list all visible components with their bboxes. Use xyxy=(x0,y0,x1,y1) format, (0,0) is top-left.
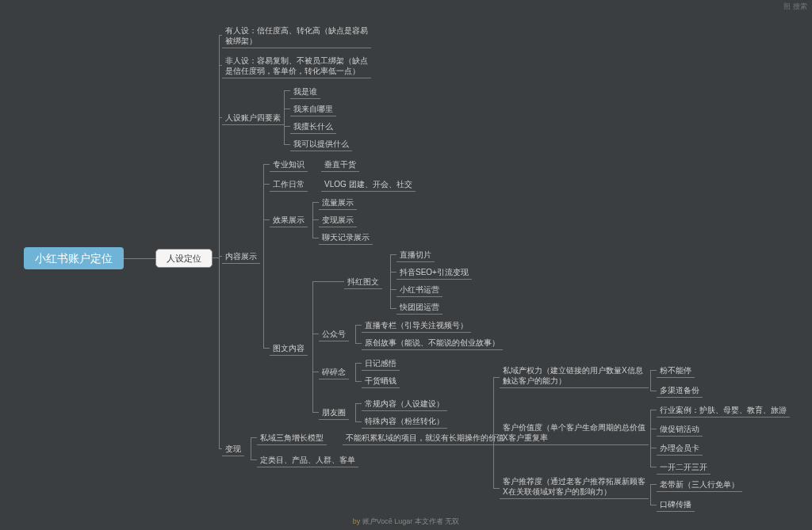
connector xyxy=(493,377,500,378)
connector xyxy=(284,126,290,127)
node-vipcard[interactable]: 办理会员卡 xyxy=(657,442,703,456)
node-privgrowth-note[interactable]: 不能积累私域的项目，就没有长期操作的价值 xyxy=(343,432,508,445)
node-live-column[interactable]: 直播专栏（引导关注视频号） xyxy=(362,319,471,333)
connector xyxy=(355,403,356,421)
node-provide[interactable]: 我可以提供什么 xyxy=(290,138,352,151)
node-show-money[interactable]: 干货晒钱 xyxy=(362,375,400,388)
connector xyxy=(650,410,651,467)
node-four-elements[interactable]: 人设账户四要素 xyxy=(222,112,284,125)
node-customer-value[interactable]: 客户价值度（单个客户生命周期的总价值X客户重复率 xyxy=(500,421,649,445)
node-vlog[interactable]: VLOG 团建、开会、社交 xyxy=(321,178,416,192)
node-wechat-mp[interactable]: 公众号 xyxy=(319,328,349,341)
connector xyxy=(355,343,362,344)
connector xyxy=(650,370,651,391)
connector xyxy=(355,421,362,422)
root-node[interactable]: 小红书账户定位 xyxy=(24,247,124,269)
connector xyxy=(263,164,270,165)
node-moments[interactable]: 朋友圈 xyxy=(319,406,349,420)
connector xyxy=(312,281,344,282)
connector xyxy=(312,281,313,412)
node-monetize-show[interactable]: 变现展示 xyxy=(319,214,357,227)
node-word-of-mouth[interactable]: 口碑传播 xyxy=(657,498,695,512)
level2-node[interactable]: 人设定位 xyxy=(155,249,213,268)
node-promo[interactable]: 做促销活动 xyxy=(657,423,703,437)
node-keep-fans[interactable]: 粉不能停 xyxy=(657,364,695,378)
connector xyxy=(493,488,500,489)
connector xyxy=(650,467,657,467)
node-industry-case[interactable]: 行业案例：护肤、母婴、教育、旅游 xyxy=(657,404,790,418)
node-dou-red[interactable]: 抖红图文 xyxy=(344,276,382,289)
connector xyxy=(312,238,319,238)
connector xyxy=(390,289,396,290)
connector xyxy=(263,184,270,185)
connector xyxy=(650,484,651,505)
node-persona-yes[interactable]: 有人设：信任度高、转化高（缺点是容易被绑架） xyxy=(222,25,371,48)
node-private-asset[interactable]: 私域产权力（建立链接的用户数量X信息触达客户的能力） xyxy=(500,364,649,388)
connector xyxy=(650,505,657,505)
node-diary[interactable]: 日记感悟 xyxy=(362,357,400,371)
node-murmur[interactable]: 碎碎念 xyxy=(319,366,349,379)
connector xyxy=(124,258,155,259)
connector xyxy=(219,35,222,36)
connector xyxy=(312,372,319,372)
node-daily-work[interactable]: 工作日常 xyxy=(270,178,308,192)
connector xyxy=(284,90,290,91)
node-ktt-ops[interactable]: 快团团运营 xyxy=(396,301,442,315)
node-xhs-ops[interactable]: 小红书运营 xyxy=(396,284,442,297)
node-monetize[interactable]: 变现 xyxy=(222,443,244,456)
connector xyxy=(312,219,319,220)
connector xyxy=(355,403,362,404)
node-persona-no[interactable]: 非人设：容易复制、不被员工绑架（缺点是信任度弱，客单价，转化率低一点） xyxy=(222,55,371,78)
node-multichannel[interactable]: 多渠道备份 xyxy=(657,384,703,398)
connector xyxy=(390,272,396,273)
node-pro-knowledge[interactable]: 专业知识 xyxy=(270,158,308,172)
connector xyxy=(355,325,356,343)
connector xyxy=(312,202,319,203)
node-regular-content[interactable]: 常规内容（人设建设） xyxy=(362,398,447,411)
connector xyxy=(650,429,657,429)
connector xyxy=(650,391,657,391)
node-special-content[interactable]: 特殊内容（粉丝转化） xyxy=(362,415,447,429)
top-right-label: 照 搜索 xyxy=(783,2,807,12)
connector xyxy=(219,65,222,66)
connector xyxy=(312,334,319,334)
node-live-slice[interactable]: 直播切片 xyxy=(396,249,435,262)
connector xyxy=(650,484,657,485)
connector xyxy=(493,434,500,435)
connector xyxy=(355,325,362,326)
node-douyin-seo[interactable]: 抖音SEO+引流变现 xyxy=(396,266,472,280)
connector xyxy=(493,377,494,488)
node-customer-referral[interactable]: 客户推荐度（通过老客户推荐拓展新顾客X在关联领域对客户的影响力） xyxy=(500,475,649,499)
connector xyxy=(219,448,222,449)
node-content[interactable]: 内容展示 xyxy=(222,250,260,264)
node-traffic[interactable]: 流量展示 xyxy=(319,196,357,210)
node-old-bring-new[interactable]: 老带新（三人行免单） xyxy=(657,479,742,492)
connector xyxy=(390,254,396,255)
mindmap-canvas[interactable]: 小红书账户定位 人设定位 有人设：信任度高、转化高（缺点是容易被绑架） 非人设：… xyxy=(0,0,812,530)
node-privgrowth[interactable]: 私域三角增长模型 xyxy=(257,432,327,445)
connector xyxy=(284,144,290,145)
connector xyxy=(284,109,290,109)
connector xyxy=(390,308,396,309)
node-who[interactable]: 我是谁 xyxy=(290,86,320,99)
node-vertical[interactable]: 垂直干货 xyxy=(321,158,359,172)
connector xyxy=(312,412,319,413)
connector xyxy=(219,256,222,257)
connector xyxy=(219,117,222,118)
node-image-text[interactable]: 图文内容 xyxy=(270,342,308,356)
node-original-story[interactable]: 原创故事（能说、不能说的创业故事） xyxy=(362,337,503,350)
connector xyxy=(251,437,251,459)
connector xyxy=(263,219,270,220)
connector xyxy=(284,90,285,144)
node-123open[interactable]: 一开二开三开 xyxy=(657,461,710,475)
connector xyxy=(355,363,362,364)
node-effect[interactable]: 效果展示 xyxy=(270,214,308,227)
node-category[interactable]: 定类目、产品、人群、客单 xyxy=(257,454,358,467)
node-where[interactable]: 我来自哪里 xyxy=(290,103,336,116)
connector xyxy=(263,348,270,349)
node-good-at[interactable]: 我擅长什么 xyxy=(290,120,336,134)
connector xyxy=(390,254,391,308)
connector xyxy=(263,164,264,348)
node-chat-record[interactable]: 聊天记录展示 xyxy=(319,231,373,245)
connector xyxy=(650,410,657,410)
